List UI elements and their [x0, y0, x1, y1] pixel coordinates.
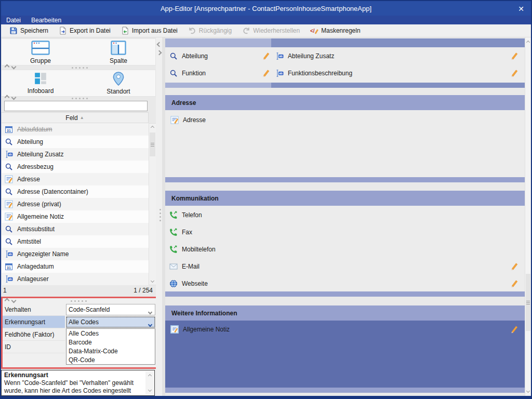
help-scrollbar[interactable] — [145, 371, 154, 395]
list-item[interactable]: Anlagedatum — [2, 260, 149, 273]
app-window: App-Editor [Ansprechpartner - ContactPer… — [0, 0, 532, 399]
edit-pencil-icon[interactable] — [510, 325, 518, 334]
tool-standort[interactable]: Standort — [90, 72, 147, 95]
form-field-allgemeine-notiz[interactable]: Allgemeine Notiz — [170, 324, 230, 335]
list-item[interactable]: Abteilung — [2, 136, 149, 148]
drag-handle[interactable] — [158, 209, 162, 221]
form-field-adresse[interactable]: Adresse — [170, 114, 206, 126]
search-icon — [5, 225, 13, 233]
scroll-up-button[interactable] — [145, 372, 154, 380]
chevron-down-icon[interactable] — [149, 308, 152, 315]
field-list-header[interactable]: Feld ▲ — [1, 112, 149, 123]
field-label: Ablaufdatum — [17, 126, 52, 133]
drag-handle[interactable] — [71, 299, 88, 302]
column-band[interactable] — [271, 38, 525, 47]
tool-spalte[interactable]: Spalte — [90, 41, 147, 64]
property-label: Feldhöhe (Faktor) — [5, 331, 54, 338]
combobox-value: Code-Scanfeld — [69, 306, 110, 313]
tool-gruppe[interactable]: Gruppe — [12, 41, 69, 64]
dropdown-option[interactable]: Alle Codes — [66, 329, 155, 338]
chevron-up-icon[interactable] — [5, 64, 10, 70]
erkennungsart-combobox[interactable]: Alle Codes — [66, 316, 155, 328]
mask-rules-button[interactable]: Maskenregeln — [305, 25, 365, 37]
edit-pencil-icon[interactable] — [262, 69, 270, 77]
form-field-abteilung[interactable]: Abteilung — [169, 50, 208, 62]
list-item[interactable]: Allgemeine Notiz — [2, 210, 149, 223]
chevron-up-icon[interactable] — [5, 298, 10, 303]
dropdown-option[interactable]: Data-Matrix-Code — [66, 347, 155, 355]
list-item[interactable]: Angezeigter Name — [2, 248, 149, 260]
list-item[interactable]: Adresse (privat) — [2, 198, 149, 210]
form-field-webseite[interactable]: Webseite — [169, 278, 208, 289]
title-bar: App-Editor [Ansprechpartner - ContactPer… — [1, 1, 531, 16]
verhalten-combobox[interactable]: Code-Scanfeld — [66, 304, 155, 315]
scrollbar-thumb[interactable] — [526, 274, 530, 331]
list-item[interactable]: Amtstitel — [2, 235, 149, 248]
scroll-up-button[interactable] — [525, 38, 531, 46]
toolbox-row-2: Infoboard Standort — [1, 70, 156, 97]
edit-pencil-icon[interactable] — [510, 280, 518, 288]
erkennungsart-dropdown-list: Alle Codes Barcode Data-Matrix-Code QR-C… — [66, 328, 155, 365]
list-item[interactable]: Anlageuser — [2, 273, 149, 285]
section-content-weitere-informationen[interactable]: Allgemeine Notiz — [165, 321, 525, 388]
scrollbar-thumb[interactable] — [150, 132, 155, 156]
field-list-scrollbar[interactable] — [149, 123, 156, 285]
chevron-down-icon[interactable] — [11, 95, 17, 100]
workspace: Gruppe Spalte Infoboard Standort — [1, 37, 531, 396]
form-field-email[interactable]: E-Mail — [169, 261, 200, 272]
column-band-selected[interactable] — [165, 38, 271, 47]
edit-pencil-icon[interactable] — [510, 262, 518, 271]
scroll-down-button[interactable] — [145, 386, 154, 394]
export-button[interactable]: Export in Datei — [54, 25, 116, 37]
scroll-down-button[interactable] — [525, 387, 531, 395]
chevron-up-icon[interactable] — [5, 95, 10, 100]
list-item[interactable]: Ablaufdatum — [2, 123, 149, 136]
drag-handle[interactable] — [72, 66, 89, 69]
list-item[interactable]: Amtssubstitut — [2, 223, 149, 235]
list-item[interactable]: Abteilung Zusatz — [2, 148, 149, 161]
chevron-down-icon[interactable] — [11, 64, 17, 70]
menu-datei[interactable]: Datei — [6, 17, 21, 24]
list-item[interactable]: Adresse (Datencontainer) — [2, 185, 149, 198]
scroll-down-button[interactable] — [149, 277, 156, 285]
form-field-funktion[interactable]: Funktion — [169, 68, 206, 79]
dropdown-option[interactable]: QR-Code — [66, 355, 155, 364]
property-panel-reorder[interactable] — [5, 299, 16, 302]
chevron-left-icon[interactable] — [157, 42, 162, 47]
import-button[interactable]: Import aus Datei — [116, 25, 183, 37]
section-header-weitere-informationen: Weitere Informationen — [165, 305, 525, 321]
edit-pencil-icon[interactable] — [510, 69, 518, 77]
form-field-fax[interactable]: Fax — [169, 227, 192, 238]
property-label: Erkennungsart — [5, 318, 45, 326]
form-field-abteilung-zusatz[interactable]: Abteilung Zusatz — [275, 50, 334, 62]
form-field-label: Funktionsbeschreibung — [288, 70, 352, 77]
list-item[interactable]: Adressbezug — [2, 161, 149, 173]
tool-label: Spalte — [90, 57, 147, 64]
form-field-telefon[interactable]: Telefon — [169, 209, 202, 221]
drag-handle[interactable] — [72, 97, 89, 100]
menu-bearbeiten[interactable]: Bearbeiten — [31, 17, 61, 24]
chevron-right-icon[interactable] — [157, 50, 162, 56]
toolbox-reorder-2[interactable] — [5, 96, 16, 99]
toolbox-reorder-1[interactable] — [5, 65, 16, 69]
note-icon — [5, 175, 13, 183]
edit-pencil-icon[interactable] — [510, 52, 518, 60]
form-scrollbar[interactable] — [525, 37, 531, 396]
form-field-mobiltelefon[interactable]: Mobiltelefon — [169, 244, 216, 255]
globe-icon — [169, 280, 178, 288]
field-search-input[interactable] — [4, 101, 148, 111]
field-label: Anlagedatum — [17, 263, 54, 270]
form-field-label: Fax — [182, 229, 192, 236]
panel-divider[interactable] — [156, 37, 165, 396]
chevron-down-icon[interactable] — [149, 321, 152, 328]
tool-infoboard[interactable]: Infoboard — [12, 72, 69, 95]
save-button[interactable]: Speichern — [4, 25, 54, 37]
dropdown-option[interactable]: Barcode — [66, 338, 155, 347]
form-field-funktionsbeschreibung[interactable]: Funktionsbeschreibung — [275, 68, 352, 79]
column-band-selected — [165, 83, 271, 88]
list-item[interactable]: Adresse — [2, 173, 149, 185]
edit-pencil-icon[interactable] — [262, 52, 270, 60]
chevron-down-icon[interactable] — [11, 298, 17, 303]
scroll-up-button[interactable] — [149, 124, 156, 131]
close-button[interactable]: ✕ — [516, 4, 526, 14]
